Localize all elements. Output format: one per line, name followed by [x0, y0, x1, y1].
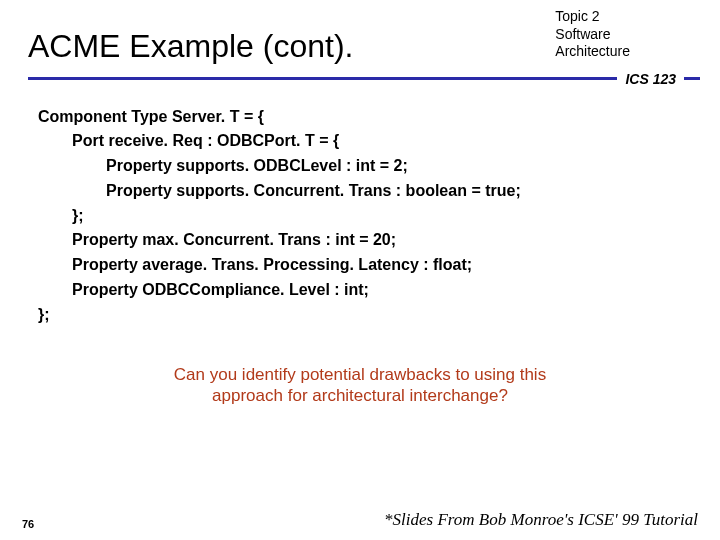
topic-line-2: Software [555, 26, 630, 44]
code-line: Component Type Server. T = { [38, 105, 720, 130]
code-line: Property ODBCCompliance. Level : int; [38, 278, 720, 303]
page-number: 76 [22, 518, 34, 530]
code-line: Property average. Trans. Processing. Lat… [38, 253, 720, 278]
slide-footer: 76 *Slides From Bob Monroe's ICSE' 99 Tu… [0, 510, 720, 530]
credit-line: *Slides From Bob Monroe's ICSE' 99 Tutor… [34, 510, 698, 530]
rule-left [28, 77, 617, 80]
rule-right [684, 77, 700, 80]
topic-line-3: Architecture [555, 43, 630, 61]
discussion-question: Can you identify potential drawbacks to … [150, 364, 570, 407]
code-line: Port receive. Req : ODBCPort. T = { [38, 129, 720, 154]
code-line: }; [38, 204, 720, 229]
course-code: ICS 123 [617, 71, 684, 87]
header-rule: ICS 123 [0, 65, 720, 87]
code-line: Property supports. ODBCLevel : int = 2; [38, 154, 720, 179]
code-line: Property max. Concurrent. Trans : int = … [38, 228, 720, 253]
code-line: }; [38, 303, 720, 328]
code-block: Component Type Server. T = { Port receiv… [0, 87, 720, 328]
code-line: Property supports. Concurrent. Trans : b… [38, 179, 720, 204]
topic-line-1: Topic 2 [555, 8, 630, 26]
slide-title: ACME Example (cont). [28, 28, 555, 65]
slide-header: ACME Example (cont). Topic 2 Software Ar… [0, 0, 720, 65]
topic-block: Topic 2 Software Architecture [555, 8, 700, 65]
